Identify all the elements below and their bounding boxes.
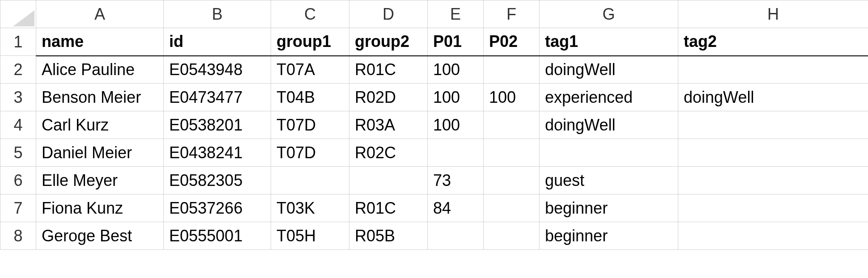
cell-G2[interactable]: doingWell: [540, 56, 678, 84]
row-4: 4 Carl Kurz E0538201 T07D R03A 100 doing…: [0, 111, 868, 139]
row-header-8[interactable]: 8: [0, 222, 36, 250]
row-2: 2 Alice Pauline E0543948 T07A R01C 100 d…: [0, 56, 868, 84]
cell-G7[interactable]: beginner: [540, 194, 678, 222]
cell-A3[interactable]: Benson Meier: [36, 84, 164, 111]
row-7: 7 Fiona Kunz E0537266 T03K R01C 84 begin…: [0, 194, 868, 222]
cell-E7[interactable]: 84: [428, 194, 484, 222]
cell-D2[interactable]: R01C: [349, 56, 428, 84]
cell-B8[interactable]: E0555001: [164, 222, 271, 250]
cell-D3[interactable]: R02D: [349, 84, 428, 111]
cell-E8[interactable]: [428, 222, 484, 250]
cell-D7[interactable]: R01C: [349, 194, 428, 222]
spreadsheet-grid[interactable]: A B C D E F G H 1 name id group1 group2 …: [0, 0, 868, 250]
cell-H1[interactable]: tag2: [678, 28, 868, 56]
row-5: 5 Daniel Meier E0438241 T07D R02C: [0, 139, 868, 167]
row-header-4[interactable]: 4: [0, 111, 36, 139]
cell-C4[interactable]: T07D: [271, 111, 349, 139]
cell-G1[interactable]: tag1: [540, 28, 678, 56]
column-header-G[interactable]: G: [540, 0, 678, 28]
cell-C2[interactable]: T07A: [271, 56, 349, 84]
cell-E3[interactable]: 100: [428, 84, 484, 111]
row-header-1[interactable]: 1: [0, 28, 36, 56]
column-header-D[interactable]: D: [349, 0, 428, 28]
cell-B7[interactable]: E0537266: [164, 194, 271, 222]
cell-F1[interactable]: P02: [484, 28, 540, 56]
cell-F3[interactable]: 100: [484, 84, 540, 111]
cell-C3[interactable]: T04B: [271, 84, 349, 111]
cell-A6[interactable]: Elle Meyer: [36, 167, 164, 194]
cell-F8[interactable]: [484, 222, 540, 250]
row-1: 1 name id group1 group2 P01 P02 tag1 tag…: [0, 28, 868, 56]
row-8: 8 Geroge Best E0555001 T05H R05B beginne…: [0, 222, 868, 250]
cell-C8[interactable]: T05H: [271, 222, 349, 250]
cell-G5[interactable]: [540, 139, 678, 167]
column-header-H[interactable]: H: [678, 0, 868, 28]
cell-D5[interactable]: R02C: [349, 139, 428, 167]
column-header-A[interactable]: A: [36, 0, 164, 28]
cell-C1[interactable]: group1: [271, 28, 349, 56]
column-header-E[interactable]: E: [428, 0, 484, 28]
cell-G4[interactable]: doingWell: [540, 111, 678, 139]
cell-B2[interactable]: E0543948: [164, 56, 271, 84]
row-header-3[interactable]: 3: [0, 84, 36, 111]
cell-B5[interactable]: E0438241: [164, 139, 271, 167]
row-header-7[interactable]: 7: [0, 194, 36, 222]
row-3: 3 Benson Meier E0473477 T04B R02D 100 10…: [0, 84, 868, 111]
cell-B4[interactable]: E0538201: [164, 111, 271, 139]
cell-F2[interactable]: [484, 56, 540, 84]
column-header-B[interactable]: B: [164, 0, 271, 28]
select-all-corner[interactable]: [0, 0, 36, 28]
cell-E1[interactable]: P01: [428, 28, 484, 56]
cell-H7[interactable]: [678, 194, 868, 222]
cell-E4[interactable]: 100: [428, 111, 484, 139]
cell-G8[interactable]: beginner: [540, 222, 678, 250]
cell-G6[interactable]: guest: [540, 167, 678, 194]
cell-D6[interactable]: [349, 167, 428, 194]
cell-G3[interactable]: experienced: [540, 84, 678, 111]
cell-F6[interactable]: [484, 167, 540, 194]
cell-H2[interactable]: [678, 56, 868, 84]
cell-C6[interactable]: [271, 167, 349, 194]
cell-E6[interactable]: 73: [428, 167, 484, 194]
cell-F7[interactable]: [484, 194, 540, 222]
cell-D8[interactable]: R05B: [349, 222, 428, 250]
cell-B3[interactable]: E0473477: [164, 84, 271, 111]
cell-A2[interactable]: Alice Pauline: [36, 56, 164, 84]
column-header-C[interactable]: C: [271, 0, 349, 28]
cell-A8[interactable]: Geroge Best: [36, 222, 164, 250]
cell-H4[interactable]: [678, 111, 868, 139]
cell-B1[interactable]: id: [164, 28, 271, 56]
row-header-5[interactable]: 5: [0, 139, 36, 167]
cell-F5[interactable]: [484, 139, 540, 167]
cell-B6[interactable]: E0582305: [164, 167, 271, 194]
cell-H3[interactable]: doingWell: [678, 84, 868, 111]
cell-D1[interactable]: group2: [349, 28, 428, 56]
cell-A7[interactable]: Fiona Kunz: [36, 194, 164, 222]
cell-A4[interactable]: Carl Kurz: [36, 111, 164, 139]
row-header-2[interactable]: 2: [0, 56, 36, 84]
cell-A5[interactable]: Daniel Meier: [36, 139, 164, 167]
column-header-row: A B C D E F G H: [0, 0, 868, 28]
row-6: 6 Elle Meyer E0582305 73 guest: [0, 167, 868, 194]
cell-H5[interactable]: [678, 139, 868, 167]
cell-D4[interactable]: R03A: [349, 111, 428, 139]
cell-H8[interactable]: [678, 222, 868, 250]
cell-F4[interactable]: [484, 111, 540, 139]
column-header-F[interactable]: F: [484, 0, 540, 28]
cell-H6[interactable]: [678, 167, 868, 194]
cell-E2[interactable]: 100: [428, 56, 484, 84]
row-header-6[interactable]: 6: [0, 167, 36, 194]
cell-E5[interactable]: [428, 139, 484, 167]
cell-A1[interactable]: name: [36, 28, 164, 56]
cell-C5[interactable]: T07D: [271, 139, 349, 167]
cell-C7[interactable]: T03K: [271, 194, 349, 222]
